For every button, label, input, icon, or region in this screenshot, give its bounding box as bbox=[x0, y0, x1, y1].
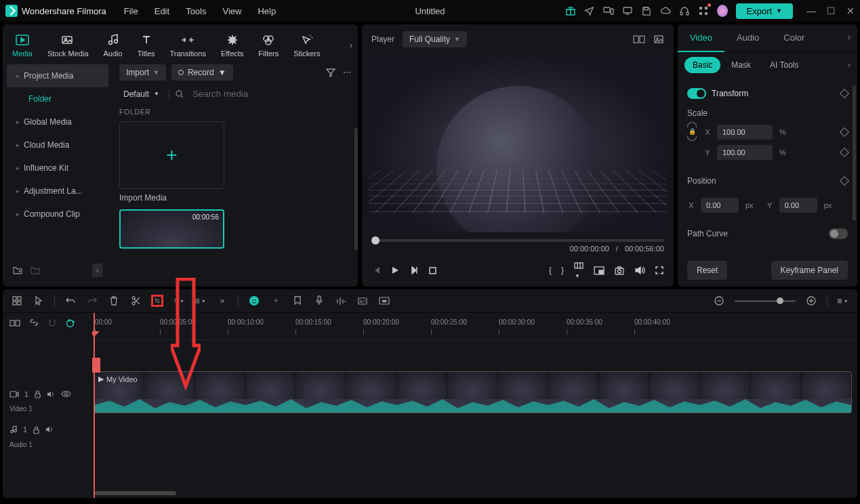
tl-link-icon[interactable] bbox=[28, 318, 39, 329]
maximize-icon[interactable]: ☐ bbox=[827, 5, 836, 16]
mute-audio-icon[interactable] bbox=[45, 425, 54, 434]
devices-icon[interactable] bbox=[603, 5, 614, 16]
prev-frame-icon[interactable] bbox=[371, 266, 381, 275]
tabs-scroll-right-icon[interactable]: › bbox=[350, 41, 352, 50]
link-scale-icon[interactable]: 🔒 bbox=[687, 122, 697, 163]
sidebar-item-folder[interactable]: Folder bbox=[7, 87, 108, 110]
tab-color[interactable]: Color bbox=[771, 24, 817, 52]
audio-track-header[interactable]: 1 bbox=[3, 418, 91, 441]
keyframe-panel-button[interactable]: Keyframe Panel bbox=[771, 261, 848, 280]
time-ruler[interactable]: 00:00 00:00:05:00 00:00:10:00 00:00:15:0… bbox=[92, 313, 857, 340]
subtitle-icon[interactable] bbox=[356, 295, 369, 307]
menu-file[interactable]: File bbox=[124, 6, 138, 16]
tl-option1-icon[interactable] bbox=[9, 318, 20, 329]
player-scrubber[interactable] bbox=[371, 239, 664, 242]
sort-dropdown[interactable]: Default▼ bbox=[119, 87, 163, 102]
cloud-icon[interactable] bbox=[660, 5, 671, 16]
pointer-icon[interactable] bbox=[33, 295, 45, 307]
subtab-basic[interactable]: Basic bbox=[684, 57, 720, 73]
sidebar-item-influence-kit[interactable]: ▸Influence Kit bbox=[7, 156, 108, 180]
menu-edit[interactable]: Edit bbox=[155, 6, 169, 16]
scale-y-keyframe-icon[interactable] bbox=[840, 148, 849, 157]
ratio-icon[interactable]: ▼ bbox=[573, 261, 584, 280]
close-icon[interactable]: ✕ bbox=[846, 5, 855, 16]
media-clip-thumbnail[interactable]: 00:00:56 bbox=[119, 209, 224, 249]
headphones-icon[interactable] bbox=[679, 5, 690, 16]
folder-icon[interactable] bbox=[30, 266, 41, 275]
tab-effects[interactable]: Effects bbox=[220, 30, 245, 60]
audio-mix-icon[interactable] bbox=[335, 295, 347, 307]
sidebar-item-global-media[interactable]: ▸Global Media bbox=[7, 110, 108, 133]
layout-icon[interactable] bbox=[11, 295, 23, 307]
transform-keyframe-icon[interactable] bbox=[840, 89, 849, 98]
tab-stickers[interactable]: Stickers bbox=[292, 30, 321, 60]
new-folder-icon[interactable] bbox=[12, 266, 23, 275]
props-scrollbar[interactable] bbox=[853, 85, 856, 221]
player-viewport[interactable] bbox=[369, 54, 667, 232]
snapshot-icon[interactable] bbox=[614, 266, 625, 275]
delete-icon[interactable] bbox=[108, 295, 120, 307]
compare-view-icon[interactable] bbox=[633, 35, 645, 44]
marker-icon[interactable] bbox=[291, 295, 304, 307]
pip-icon[interactable] bbox=[594, 266, 605, 275]
mute-video-icon[interactable] bbox=[47, 390, 56, 398]
text-tool-icon[interactable]: ▼ bbox=[173, 295, 185, 307]
pathcurve-toggle[interactable] bbox=[829, 228, 848, 239]
profile-icon[interactable] bbox=[717, 5, 728, 16]
save-icon[interactable] bbox=[641, 5, 652, 16]
import-media-card[interactable]: + bbox=[119, 121, 224, 189]
apps-icon[interactable] bbox=[698, 5, 709, 16]
zoom-in-icon[interactable] bbox=[805, 295, 817, 307]
scale-y-input[interactable] bbox=[717, 145, 773, 160]
lock-track-icon[interactable] bbox=[34, 390, 41, 398]
subtabs-scroll-icon[interactable]: › bbox=[848, 60, 851, 70]
media-scrollbar[interactable] bbox=[354, 128, 358, 250]
pos-y-input[interactable] bbox=[779, 198, 817, 213]
menu-tools[interactable]: Tools bbox=[186, 6, 206, 16]
effects-tool-icon[interactable]: ✦ bbox=[270, 295, 282, 307]
monitor-icon[interactable] bbox=[622, 5, 633, 16]
tl-auto-icon[interactable] bbox=[65, 318, 75, 329]
sidebar-item-cloud-media[interactable]: ▸Cloud Media bbox=[7, 133, 108, 156]
props-tabs-scroll-icon[interactable]: › bbox=[841, 24, 857, 52]
video-track-header[interactable]: 1 bbox=[3, 383, 91, 405]
tab-audio-props[interactable]: Audio bbox=[724, 24, 771, 52]
playhead[interactable] bbox=[94, 313, 95, 498]
play-icon[interactable] bbox=[390, 266, 400, 275]
export-button[interactable]: Export▼ bbox=[736, 3, 794, 19]
next-frame-icon[interactable] bbox=[409, 266, 419, 275]
track-size-icon[interactable]: ▼ bbox=[837, 295, 849, 307]
tab-media[interactable]: Media bbox=[11, 30, 34, 60]
tab-titles[interactable]: Titles bbox=[136, 30, 157, 60]
resize-tool-icon[interactable]: ▼ bbox=[194, 295, 207, 307]
playhead-handle-icon[interactable] bbox=[92, 358, 100, 373]
quality-dropdown[interactable]: Full Quality▼ bbox=[403, 31, 467, 47]
zoom-out-icon[interactable] bbox=[713, 295, 725, 307]
position-keyframe-icon[interactable] bbox=[840, 176, 849, 186]
toggle-video-icon[interactable] bbox=[61, 390, 71, 398]
redo-icon[interactable] bbox=[86, 295, 98, 307]
scale-x-input[interactable] bbox=[717, 125, 773, 140]
tab-video[interactable]: Video bbox=[678, 24, 724, 52]
stop-icon[interactable] bbox=[428, 266, 437, 275]
crop-icon[interactable] bbox=[151, 295, 163, 307]
mic-icon[interactable] bbox=[313, 295, 325, 307]
tab-stock-media[interactable]: Stock Media bbox=[46, 30, 90, 60]
pos-x-input[interactable] bbox=[701, 198, 739, 213]
subtab-mask[interactable]: Mask bbox=[723, 57, 759, 73]
zoom-slider[interactable] bbox=[735, 300, 796, 302]
tl-magnet-icon[interactable] bbox=[47, 318, 57, 329]
send-icon[interactable] bbox=[584, 5, 595, 16]
record-dropdown[interactable]: Record▼ bbox=[171, 64, 233, 81]
mark-out-icon[interactable]: } bbox=[561, 266, 564, 275]
timeline-clip[interactable]: ▶My Video bbox=[94, 371, 852, 413]
picture-view-icon[interactable] bbox=[653, 35, 664, 44]
reset-button[interactable]: Reset bbox=[687, 261, 727, 280]
menu-view[interactable]: View bbox=[222, 6, 241, 16]
volume-icon[interactable] bbox=[634, 266, 645, 275]
timeline-h-scrollbar[interactable] bbox=[95, 491, 176, 495]
subtab-ai-tools[interactable]: AI Tools bbox=[762, 57, 806, 73]
transform-toggle[interactable] bbox=[687, 88, 706, 99]
tab-filters[interactable]: Filters bbox=[257, 30, 280, 60]
timeline-tracks[interactable]: 00:00 00:00:05:00 00:00:10:00 00:00:15:0… bbox=[92, 313, 857, 498]
